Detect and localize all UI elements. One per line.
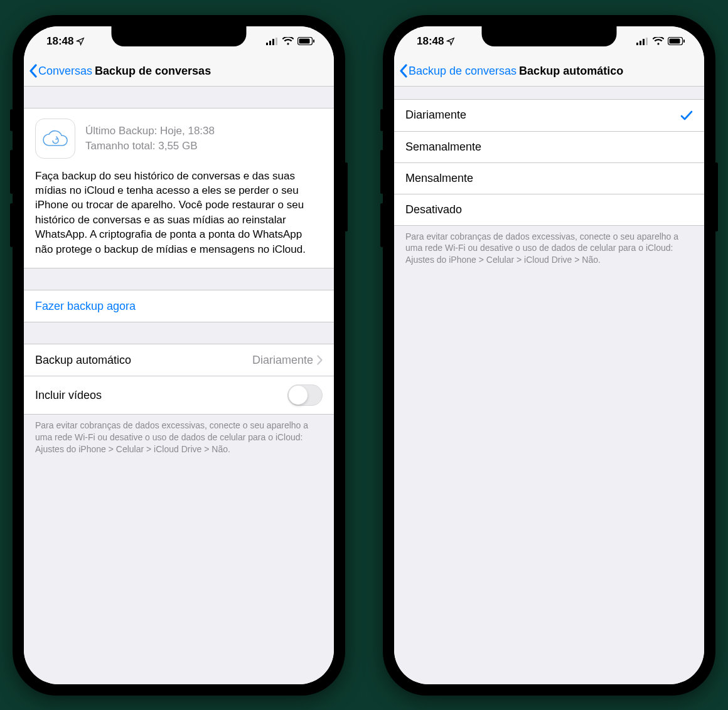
backup-description: Faça backup do seu histórico de conversa… (35, 169, 323, 257)
svg-rect-2 (272, 39, 274, 45)
wifi-icon (653, 37, 664, 45)
battery-icon (668, 37, 685, 45)
status-time: 18:48 (46, 35, 73, 48)
svg-rect-7 (636, 43, 638, 45)
auto-backup-row[interactable]: Backup automático Diariamente (24, 344, 334, 376)
page-title: Backup de conversas (95, 65, 211, 78)
include-videos-label: Incluir vídeos (35, 389, 102, 402)
option-label: Mensalmente (405, 172, 473, 185)
svg-rect-10 (646, 38, 648, 45)
footer-note: Para evitar cobranças de dados excessiva… (24, 415, 334, 455)
checkmark-icon (680, 110, 693, 121)
cloud-backup-icon (35, 119, 75, 159)
location-icon (76, 37, 85, 46)
backup-now-button[interactable]: Fazer backup agora (24, 290, 334, 322)
back-button[interactable]: Backup de conversas (399, 64, 517, 78)
option-label: Desativado (405, 203, 462, 216)
frequency-option[interactable]: Semanalmente (394, 131, 704, 162)
include-videos-toggle[interactable] (287, 384, 323, 406)
svg-rect-13 (683, 40, 685, 43)
last-backup-text: Último Backup: Hoje, 18:38 (85, 124, 215, 139)
location-icon (446, 37, 455, 46)
chevron-left-icon (29, 64, 38, 78)
phone-right: 18:48 Backup de conversas Backup automát… (383, 15, 715, 696)
chevron-right-icon (317, 355, 323, 365)
option-label: Diariamente (405, 109, 466, 122)
option-label: Semanalmente (405, 140, 481, 154)
page-title: Backup automático (519, 65, 623, 78)
back-button[interactable]: Conversas (29, 64, 92, 78)
auto-backup-label: Backup automático (35, 354, 131, 367)
frequency-option[interactable]: Desativado (394, 194, 704, 225)
phone-left: 18:48 Conversas Backup de conversas (13, 15, 345, 696)
svg-rect-12 (670, 39, 680, 44)
cellular-icon (636, 38, 649, 45)
wifi-icon (282, 37, 294, 45)
notch (112, 26, 247, 46)
chevron-left-icon (399, 64, 408, 78)
svg-rect-6 (313, 40, 314, 43)
back-label: Backup de conversas (409, 65, 517, 78)
auto-backup-value: Diariamente (252, 354, 313, 367)
svg-rect-3 (276, 38, 277, 45)
svg-rect-9 (643, 39, 645, 45)
footer-note: Para evitar cobranças de dados excessiva… (394, 226, 704, 267)
back-label: Conversas (38, 65, 92, 78)
cellular-icon (266, 38, 279, 45)
backup-info-block: Último Backup: Hoje, 18:38 Tamanho total… (24, 109, 334, 268)
navbar: Conversas Backup de conversas (24, 56, 334, 87)
svg-rect-0 (266, 43, 268, 45)
backup-now-label: Fazer backup agora (35, 300, 136, 313)
svg-rect-5 (299, 39, 310, 44)
frequency-option[interactable]: Mensalmente (394, 162, 704, 194)
status-time: 18:48 (417, 35, 444, 48)
frequency-option[interactable]: Diariamente (394, 100, 704, 131)
svg-rect-1 (269, 41, 271, 45)
total-size-text: Tamanho total: 3,55 GB (85, 139, 215, 154)
include-videos-row: Incluir vídeos (24, 376, 334, 414)
navbar: Backup de conversas Backup automático (394, 56, 704, 87)
notch (482, 26, 617, 46)
battery-icon (297, 37, 315, 45)
svg-rect-8 (640, 41, 641, 45)
